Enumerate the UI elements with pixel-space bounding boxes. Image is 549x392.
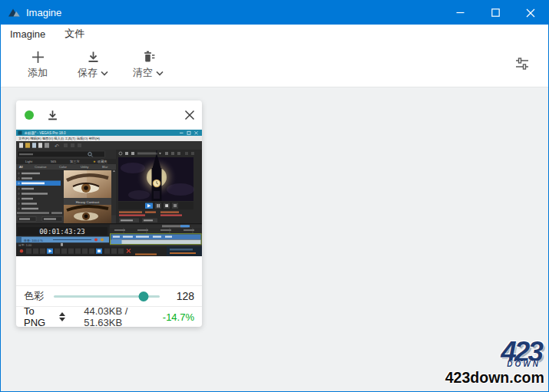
minimize-button[interactable]	[442, 1, 478, 25]
svg-text:速率: 1.00: 速率: 1.00	[18, 243, 31, 247]
slider-value: 128	[170, 290, 194, 302]
slider-label: 色彩	[24, 289, 44, 303]
save-button[interactable]: 保存	[72, 50, 114, 80]
svg-text:Blur: Blur	[102, 165, 108, 169]
card-header	[16, 100, 202, 130]
watermark: 423 DOWN 423down.com	[438, 338, 544, 385]
download-icon	[86, 50, 101, 64]
vegas-menubar: 文件(F) 编辑(E) 视图(V) 插入(I) 工具(T) 选项(O) 帮助(H…	[16, 136, 202, 141]
app-logo-icon	[8, 6, 21, 19]
status-dot-icon	[25, 110, 34, 120]
svg-text:00:01:43:23: 00:01:43:23	[39, 228, 85, 236]
settings-tune-icon[interactable]	[513, 55, 531, 72]
vegas-titlebar: 未标题* - VEGAS Pro 18.0	[16, 130, 202, 136]
add-button-label: 添加	[28, 66, 48, 80]
svg-text:Light: Light	[25, 160, 33, 163]
color-slider-handle[interactable]	[139, 292, 149, 301]
menu-file[interactable]: 文件	[62, 25, 87, 42]
color-slider-row: 色彩 128	[16, 286, 202, 306]
svg-text:收藏夹: 收藏夹	[98, 160, 107, 163]
eye-preset-thumbnails: Heavy Contrast	[64, 170, 111, 223]
image-card: 未标题* - VEGAS Pro 18.0 文件(F) 编辑(E) 视图(V) …	[16, 100, 202, 327]
svg-text:565: 565	[51, 160, 57, 163]
clear-button-label: 清空	[133, 66, 153, 80]
svg-text:第三方: 第三方	[70, 160, 80, 163]
svg-text:Utility: Utility	[81, 165, 89, 169]
svg-text:Heavy Contrast: Heavy Contrast	[76, 200, 100, 204]
vegas-transport-bar	[16, 246, 202, 256]
svg-text:All: All	[19, 165, 23, 169]
svg-text:↶: ↶	[55, 143, 59, 149]
clear-button[interactable]: 清空	[127, 50, 169, 80]
trash-icon	[141, 50, 156, 64]
plus-icon	[31, 50, 45, 64]
toolbar: 添加 保存 清空	[1, 43, 548, 87]
content-area: 未标题* - VEGAS Pro 18.0 文件(F) 编辑(E) 视图(V) …	[1, 87, 548, 391]
close-button[interactable]	[513, 1, 548, 25]
card-close-icon[interactable]	[184, 109, 196, 121]
card-download-icon[interactable]	[46, 109, 59, 122]
add-button[interactable]: 添加	[17, 50, 58, 80]
svg-text:文件(F) 编辑(E) 视图(V) 插入(I) 工具: 文件(F) 编辑(E) 视图(V) 插入(I) 工具(T) 选项(O) 帮助(H…	[18, 137, 101, 140]
watermark-down: DOWN	[438, 361, 544, 368]
svg-text:Creative: Creative	[35, 165, 47, 169]
vegas-effects-panel: Light 565 第三方 ★ 收藏夹 All Creative Color U…	[16, 150, 116, 223]
chevron-down-icon	[156, 71, 164, 76]
window-title: Imagine	[26, 7, 61, 18]
file-size-text: 44.03KB / 51.63KB	[84, 305, 163, 328]
svg-text:音量: 100.0 %: 音量: 100.0 %	[24, 239, 43, 242]
color-slider[interactable]	[54, 295, 160, 298]
svg-text:Color: Color	[59, 165, 68, 169]
savings-badge: -14.7%	[163, 311, 194, 323]
maximize-button[interactable]	[478, 1, 513, 25]
format-select[interactable]: To PNG	[24, 305, 65, 328]
app-window: Imagine Imagine 文件 添加	[0, 0, 549, 392]
spinner-icon	[59, 312, 65, 321]
window-controls	[442, 1, 548, 25]
watermark-site: 423down.com	[445, 369, 544, 385]
vegas-toolbar: ↶	[16, 141, 202, 150]
card-footer: To PNG 44.03KB / 51.63KB -14.7%	[16, 307, 202, 327]
image-thumbnail[interactable]: 未标题* - VEGAS Pro 18.0 文件(F) 编辑(E) 视图(V) …	[16, 130, 202, 256]
svg-text:★: ★	[93, 160, 96, 163]
menubar: Imagine 文件	[1, 25, 548, 43]
vegas-preview-panel	[116, 150, 202, 223]
vegas-timeline	[110, 225, 202, 247]
menu-imagine[interactable]: Imagine	[8, 27, 48, 41]
save-button-label: 保存	[78, 66, 98, 80]
titlebar: Imagine	[1, 1, 548, 25]
chevron-down-icon	[101, 71, 108, 76]
format-select-value: To PNG	[24, 305, 55, 328]
